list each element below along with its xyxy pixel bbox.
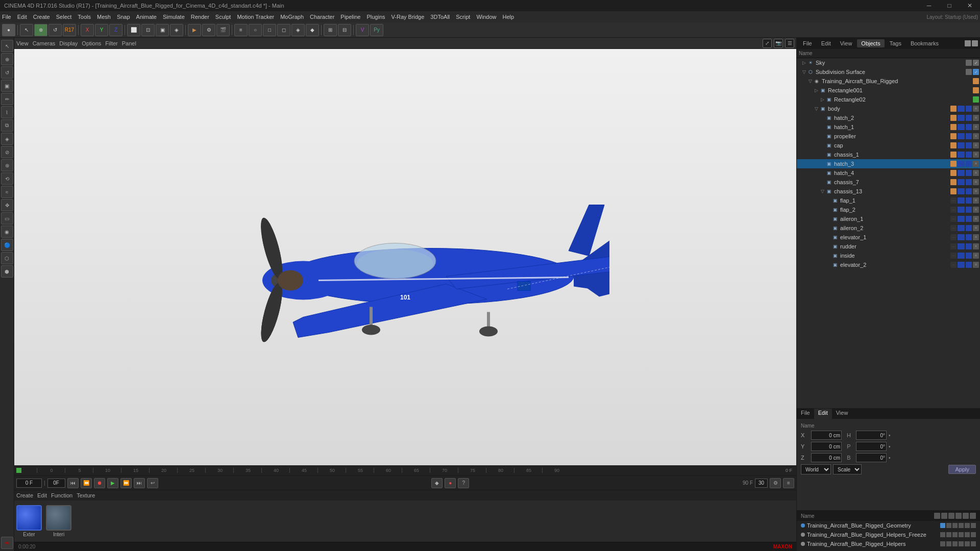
- sidebar-fill-tool[interactable]: ⬢: [1, 265, 13, 278]
- dot-orange[interactable]: [950, 188, 957, 194]
- vt-display[interactable]: Display: [59, 40, 78, 46]
- obj-list-icon5[interactable]: [963, 513, 969, 519]
- sidebar-rotate-tool[interactable]: ↺: [1, 66, 13, 79]
- expand-rect01[interactable]: ▷: [813, 88, 819, 93]
- material-exterior[interactable]: Exter: [16, 505, 42, 537]
- tool-picture-viewer[interactable]: 🎬: [216, 24, 230, 36]
- tab-tags[interactable]: Tags: [886, 39, 905, 47]
- step-back-btn[interactable]: ⏪: [81, 478, 92, 488]
- tool-sky[interactable]: ○: [249, 24, 262, 36]
- tool-live-select[interactable]: ⊡: [141, 24, 155, 36]
- tool-x[interactable]: X: [81, 24, 94, 36]
- obj-list-icon4[interactable]: [955, 513, 962, 519]
- apply-button[interactable]: Apply: [948, 465, 976, 474]
- mat-edit[interactable]: Edit: [37, 492, 47, 498]
- obj-list-icon2[interactable]: [941, 513, 947, 519]
- tree-item-cap[interactable]: ▣ cap ✕: [797, 141, 980, 150]
- menu-simulate[interactable]: Simulate: [163, 14, 185, 20]
- dot-orange[interactable]: [950, 152, 957, 158]
- tool-vray[interactable]: V: [356, 24, 369, 36]
- vt-cameras[interactable]: Cameras: [33, 40, 56, 46]
- tool-python[interactable]: Py: [370, 24, 383, 36]
- obj-list-icon6[interactable]: [970, 513, 976, 519]
- menu-plugins[interactable]: Plugins: [366, 14, 385, 20]
- tree-item-rect01[interactable]: ▷ ▣ Rectangle001: [797, 86, 980, 95]
- sidebar-extrude-tool[interactable]: ⧉: [1, 119, 13, 132]
- obj-item-helpers[interactable]: Training_Aircraft_Blue_Rigged_Helpers: [797, 539, 980, 548]
- menu-character[interactable]: Character: [310, 14, 334, 20]
- menu-mograph[interactable]: MoGraph: [280, 14, 304, 20]
- expand-body[interactable]: ▽: [813, 106, 819, 111]
- tree-item-elevator2[interactable]: ▣ elevator_2 ··· ✕: [797, 260, 980, 269]
- sidebar-grab-tool[interactable]: ✥: [1, 199, 13, 211]
- tab-edit[interactable]: Edit: [817, 39, 835, 47]
- tree-item-sky[interactable]: ▷ ☀ Sky ✓: [797, 58, 980, 67]
- tool-floor[interactable]: ≡: [234, 24, 248, 36]
- tab-view[interactable]: View: [836, 39, 856, 47]
- fps-input[interactable]: [47, 479, 65, 488]
- dot-orange[interactable]: [950, 133, 957, 139]
- tab-objects[interactable]: Objects: [857, 39, 884, 47]
- tool-scale[interactable]: ⊕: [34, 24, 47, 36]
- menu-tools[interactable]: Tools: [78, 14, 91, 20]
- tool-render-settings[interactable]: ⚙: [202, 24, 215, 36]
- menu-mesh[interactable]: Mesh: [97, 14, 111, 20]
- viewport-display-btn[interactable]: ☰: [785, 39, 794, 48]
- coord-b-val[interactable]: [856, 453, 887, 462]
- play-btn[interactable]: ▶: [107, 478, 118, 488]
- gear-icon[interactable]: [972, 40, 978, 46]
- obj-item-helpers-freeze[interactable]: Training_Aircraft_Blue_Rigged_Helpers_Fr…: [797, 530, 980, 539]
- play-fwd-btn[interactable]: ⏭: [134, 478, 145, 488]
- record-btn[interactable]: ⏺: [94, 478, 105, 488]
- menu-window[interactable]: Window: [476, 14, 496, 20]
- tree-item-subdivision[interactable]: ▽ ⬡ Subdivision Surface ✓: [797, 67, 980, 77]
- tree-item-chassis1[interactable]: ▣ chassis_1 ✕: [797, 150, 980, 159]
- mat-create[interactable]: Create: [16, 492, 33, 498]
- sidebar-inflate-tool[interactable]: ◉: [1, 226, 13, 238]
- tool-select-all[interactable]: ⬜: [127, 24, 140, 36]
- sidebar-twist-tool[interactable]: ⟲: [1, 172, 13, 185]
- frame-input[interactable]: [16, 479, 42, 488]
- coord-tab-file[interactable]: File: [797, 409, 814, 419]
- expand-aircraft[interactable]: ▽: [807, 79, 813, 84]
- obj-list-icon1[interactable]: [934, 513, 940, 519]
- loop-btn[interactable]: ↩: [147, 478, 158, 488]
- coord-tab-edit[interactable]: Edit: [814, 409, 832, 419]
- sidebar-scrape-tool[interactable]: ⬡: [1, 252, 13, 264]
- obj-item-geometry[interactable]: Training_Aircraft_Blue_Rigged_Geometry: [797, 521, 980, 530]
- tool-r17[interactable]: R17: [63, 24, 76, 36]
- tab-bookmarks[interactable]: Bookmarks: [906, 39, 943, 47]
- tree-item-rudder[interactable]: ▣ rudder ··· ✕: [797, 242, 980, 251]
- tree-item-flap2[interactable]: ▣ flap_2 ··· ✕: [797, 205, 980, 214]
- tree-item-elevator1[interactable]: ▣ elevator_1 ··· ✕: [797, 233, 980, 242]
- tree-item-hatch2[interactable]: ▣ hatch_2 ✕: [797, 113, 980, 122]
- menu-select[interactable]: Select: [56, 14, 72, 20]
- menu-pipeline[interactable]: Pipeline: [340, 14, 360, 20]
- tab-file[interactable]: File: [799, 39, 816, 47]
- dot-orange[interactable]: [950, 170, 957, 176]
- viewport-camera-btn[interactable]: 📷: [774, 39, 783, 48]
- tool-move[interactable]: ↖: [20, 24, 33, 36]
- coord-h-val[interactable]: [856, 431, 887, 440]
- coord-scale-dropdown[interactable]: Scale: [833, 464, 862, 474]
- dot-orange[interactable]: [950, 124, 957, 130]
- material-interior[interactable]: Interi: [46, 505, 71, 537]
- tool-box-select[interactable]: ▣: [156, 24, 169, 36]
- tree-item-inside[interactable]: ▣ inside ··· ✕: [797, 251, 980, 260]
- menu-file[interactable]: File: [2, 14, 11, 20]
- menu-render[interactable]: Render: [191, 14, 209, 20]
- menu-sculpt[interactable]: Sculpt: [215, 14, 231, 20]
- menu-vray[interactable]: V-Ray Bridge: [391, 14, 425, 20]
- close-button[interactable]: ✕: [960, 0, 980, 11]
- menu-snap[interactable]: Snap: [117, 14, 130, 20]
- menu-motion-tracker[interactable]: Motion Tracker: [237, 14, 274, 20]
- sidebar-magnet-tool[interactable]: ⊛: [1, 159, 13, 171]
- sidebar-wax-tool[interactable]: 🔵: [1, 239, 13, 251]
- tool-environment[interactable]: ◈: [291, 24, 305, 36]
- tree-item-hatch3[interactable]: ▣ hatch_3 ✕: [797, 159, 980, 168]
- help-key-btn[interactable]: ?: [458, 478, 469, 488]
- dot-vis[interactable]: [966, 69, 972, 75]
- dot-orange[interactable]: [950, 115, 957, 121]
- vt-panel[interactable]: Panel: [122, 40, 136, 46]
- sidebar-move-tool[interactable]: ↖: [1, 40, 13, 52]
